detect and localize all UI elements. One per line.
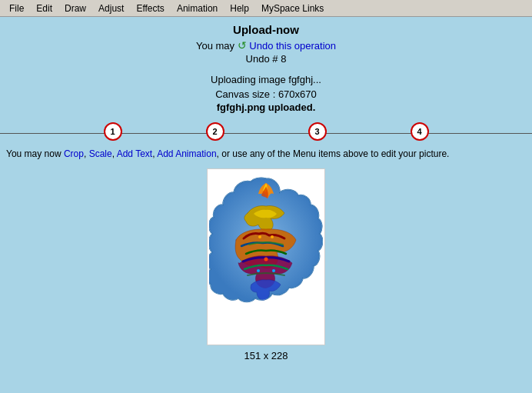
steps-instruction: You may now Crop, Scale, Add Text, Add A…: [0, 145, 532, 162]
main-content: Upload-now You may ↺ Undo this operation…: [0, 17, 532, 368]
undo-prefix: You may: [196, 40, 238, 52]
sep1: ,: [84, 148, 89, 159]
link-add-animation[interactable]: Add Animation: [157, 148, 216, 159]
undo-link[interactable]: Undo this operation: [249, 40, 336, 52]
step-4: 4: [411, 122, 429, 141]
link-crop[interactable]: Crop: [64, 148, 84, 159]
undo-line: You may ↺ Undo this operation: [0, 39, 532, 52]
steps-circles: 1 2 3 4: [0, 122, 532, 141]
svg-point-3: [257, 269, 260, 272]
step-3: 3: [308, 122, 327, 141]
undo-number: Undo # 8: [0, 53, 532, 65]
svg-point-4: [272, 269, 275, 272]
undo-icon: ↺: [238, 39, 247, 52]
image-frame: [207, 168, 325, 345]
menu-edit[interactable]: Edit: [30, 2, 58, 15]
page-title: Upload-now: [0, 23, 532, 36]
uploading-text: Uploading image fgfghj...: [0, 74, 532, 85]
canvas-size: Canvas size : 670x670: [0, 88, 532, 100]
svg-point-2: [264, 258, 268, 261]
instruction-suffix: , or use any of the Menu items above to …: [217, 148, 450, 159]
step-1: 1: [104, 122, 122, 141]
menu-animation[interactable]: Animation: [171, 2, 224, 15]
image-dimensions: 151 x 228: [244, 350, 288, 361]
instruction-prefix: You may now: [6, 148, 64, 159]
link-scale[interactable]: Scale: [89, 148, 112, 159]
menu-adjust[interactable]: Adjust: [92, 2, 130, 15]
menu-effects[interactable]: Effects: [130, 2, 170, 15]
menu-help[interactable]: Help: [224, 2, 255, 15]
link-add-text[interactable]: Add Text: [117, 148, 152, 159]
filename-uploaded: fgfghj.png uploaded.: [0, 102, 532, 113]
menu-myspace-links[interactable]: MySpace Links: [255, 2, 330, 15]
calligraphy-image: [209, 171, 323, 343]
svg-point-1: [271, 235, 274, 238]
svg-point-0: [258, 235, 261, 238]
menu-file[interactable]: File: [3, 2, 30, 15]
menubar: File Edit Draw Adjust Effects Animation …: [0, 0, 532, 17]
menu-draw[interactable]: Draw: [58, 2, 92, 15]
image-container: 151 x 228: [0, 168, 532, 361]
step-2: 2: [206, 122, 224, 141]
steps-bar: 1 2 3 4: [0, 122, 532, 145]
